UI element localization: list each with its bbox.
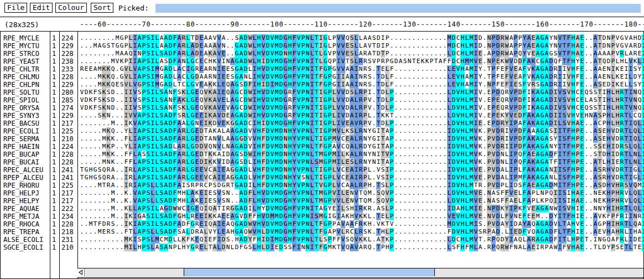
residue-cell[interactable]: H (615, 220, 620, 228)
residue-cell[interactable]: K (212, 81, 217, 89)
residue-cell[interactable]: V (527, 228, 531, 236)
residue-cell[interactable]: Y (505, 205, 509, 213)
residue-cell[interactable]: P (487, 228, 491, 236)
residue-cell[interactable]: S (146, 135, 150, 143)
residue-cell[interactable]: . (120, 135, 124, 143)
residue-cell[interactable]: Y (553, 135, 558, 143)
residue-cell[interactable]: R (620, 112, 624, 120)
residue-cell[interactable]: . (412, 89, 416, 96)
residue-cell[interactable]: Q (199, 96, 204, 104)
residue-cell[interactable]: D (195, 143, 199, 151)
residue-cell[interactable]: K (195, 197, 199, 205)
residue-cell[interactable]: V (297, 135, 301, 143)
residue-cell[interactable]: R (181, 166, 186, 174)
residue-cell[interactable]: A (230, 81, 235, 89)
residue-cell[interactable]: P (487, 182, 491, 189)
residue-cell[interactable]: . (425, 104, 429, 112)
residue-cell[interactable]: H (208, 58, 212, 65)
residue-cell[interactable]: P (491, 236, 496, 244)
residue-cell[interactable]: F (128, 151, 133, 158)
residue-cell[interactable]: . (589, 228, 593, 236)
residue-cell[interactable]: V (478, 96, 482, 104)
residue-cell[interactable]: L (155, 189, 159, 197)
residue-cell[interactable]: . (394, 120, 398, 127)
residue-cell[interactable]: A (456, 205, 460, 213)
residue-cell[interactable]: V (376, 166, 381, 174)
residue-cell[interactable]: A (204, 34, 208, 42)
residue-cell[interactable]: L (536, 189, 540, 197)
residue-cell[interactable]: A (513, 236, 518, 244)
residue-cell[interactable]: P (389, 182, 394, 189)
residue-cell[interactable]: I (133, 34, 137, 42)
scroll-left-button[interactable] (77, 268, 85, 276)
residue-cell[interactable]: N (226, 143, 230, 151)
residue-cell[interactable]: G (633, 166, 637, 174)
residue-cell[interactable]: L (615, 58, 620, 65)
residue-cell[interactable]: L (252, 205, 257, 213)
residue-cell[interactable]: D (199, 135, 204, 143)
alignment-row[interactable]: ........MAAQINPSILSADFARLADEAKAVE..GADWL… (80, 50, 644, 58)
residue-cell[interactable]: S (549, 135, 553, 143)
residue-cell[interactable]: A (181, 120, 186, 127)
residue-cell[interactable]: A (137, 127, 142, 135)
residue-cell[interactable]: N (593, 205, 598, 213)
residue-cell[interactable]: A (509, 42, 513, 50)
residue-cell[interactable]: A (544, 104, 549, 112)
residue-cell[interactable]: I (204, 213, 208, 220)
residue-cell[interactable]: D (518, 96, 522, 104)
residue-cell[interactable]: A (239, 174, 243, 182)
residue-cell[interactable]: H (460, 197, 465, 205)
residue-cell[interactable]: . (443, 236, 447, 244)
residue-cell[interactable]: F (173, 197, 177, 205)
residue-cell[interactable]: C (341, 143, 345, 151)
residue-cell[interactable]: R (359, 104, 363, 112)
residue-cell[interactable]: L (447, 104, 451, 112)
residue-cell[interactable]: H (257, 112, 261, 120)
residue-cell[interactable]: G (283, 197, 288, 205)
residue-cell[interactable]: . (106, 50, 111, 58)
residue-cell[interactable]: F (567, 127, 571, 135)
residue-cell[interactable]: E (478, 50, 482, 58)
residue-cell[interactable]: T (376, 65, 381, 73)
residue-cell[interactable]: A (190, 189, 195, 197)
residue-cell[interactable]: A (575, 120, 580, 127)
residue-cell[interactable]: I (629, 228, 633, 236)
residue-cell[interactable]: H (288, 65, 292, 73)
residue-cell[interactable]: . (120, 220, 124, 228)
residue-cell[interactable]: I (319, 96, 323, 104)
residue-cell[interactable]: E (496, 96, 500, 104)
residue-cell[interactable]: . (482, 244, 487, 251)
residue-cell[interactable]: . (398, 174, 403, 182)
residue-cell[interactable]: A (593, 50, 598, 58)
residue-cell[interactable]: P (389, 89, 394, 96)
residue-cell[interactable]: F (261, 143, 266, 151)
residue-cell[interactable]: A (230, 96, 235, 104)
residue-cell[interactable]: I (642, 58, 644, 65)
residue-cell[interactable]: M (274, 127, 279, 135)
residue-cell[interactable]: M (93, 42, 97, 50)
residue-cell[interactable]: I (629, 174, 633, 182)
residue-cell[interactable]: R (359, 174, 363, 182)
residue-cell[interactable]: F (389, 65, 394, 73)
residue-cell[interactable]: G (323, 228, 328, 236)
residue-cell[interactable]: N (305, 58, 310, 65)
residue-cell[interactable]: N (363, 135, 367, 143)
residue-cell[interactable]: S (562, 104, 567, 112)
residue-cell[interactable]: . (412, 228, 416, 236)
residue-cell[interactable]: M (367, 197, 372, 205)
residue-cell[interactable]: I (558, 244, 562, 251)
residue-cell[interactable]: A (536, 50, 540, 58)
residue-cell[interactable]: . (93, 34, 97, 42)
residue-cell[interactable]: N (212, 73, 217, 81)
residue-cell[interactable]: K (102, 104, 106, 112)
residue-cell[interactable]: E (221, 96, 226, 104)
residue-cell[interactable]: G (164, 205, 168, 213)
residue-cell[interactable]: A (204, 50, 208, 58)
residue-cell[interactable]: Y (575, 58, 580, 65)
residue-cell[interactable]: S (146, 34, 150, 42)
residue-cell[interactable]: . (589, 205, 593, 213)
residue-cell[interactable]: S (598, 143, 602, 151)
residue-cell[interactable]: A (212, 205, 217, 213)
residue-cell[interactable]: C (575, 104, 580, 112)
residue-cell[interactable]: H (257, 143, 261, 151)
